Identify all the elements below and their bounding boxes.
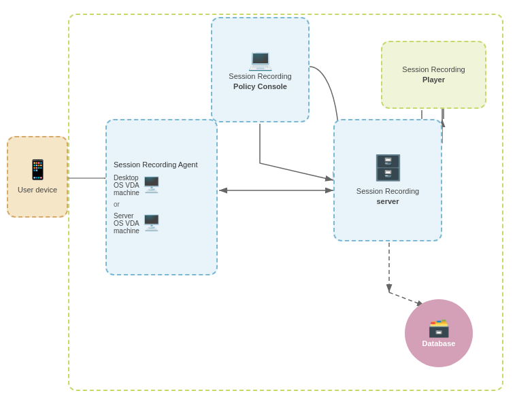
user-device-box: 📱 User device bbox=[7, 136, 68, 218]
diagram-container: 📱 User device 💻 Session Recording Policy… bbox=[0, 0, 532, 408]
agent-desktop-row: DesktopOS VDAmachine 🖥️ bbox=[114, 174, 161, 197]
database-label: Database bbox=[422, 339, 456, 349]
player-box: Session Recording Player bbox=[381, 41, 486, 109]
desktop-computer-icon: 🖥️ bbox=[142, 176, 161, 194]
server-box: 🗄️ Session Recording server bbox=[333, 119, 442, 241]
database-icon: 🗃️ bbox=[428, 318, 450, 339]
player-label: Session Recording Player bbox=[402, 65, 465, 86]
policy-console-box: 💻 Session Recording Policy Console bbox=[211, 17, 310, 122]
laptop-icon: 💻 bbox=[248, 48, 273, 71]
devices-icon: 📱 bbox=[26, 158, 50, 181]
agent-server-label: ServerOS VDAmachine bbox=[114, 212, 139, 235]
agent-title: Session Recording Agent bbox=[114, 160, 198, 169]
agent-desktop-label: DesktopOS VDAmachine bbox=[114, 174, 139, 197]
server-icon: 🗄️ bbox=[373, 154, 403, 182]
user-device-label: User device bbox=[18, 185, 57, 195]
policy-console-label: Session Recording Policy Console bbox=[229, 71, 291, 92]
agent-server-row: ServerOS VDAmachine 🖥️ bbox=[114, 212, 161, 235]
server-label: Session Recording server bbox=[356, 186, 419, 207]
agent-box: Session Recording Agent DesktopOS VDAmac… bbox=[105, 119, 218, 275]
database-box: 🗃️ Database bbox=[405, 299, 473, 367]
server-computer-icon: 🖥️ bbox=[142, 214, 161, 232]
agent-or-label: or bbox=[114, 201, 120, 208]
